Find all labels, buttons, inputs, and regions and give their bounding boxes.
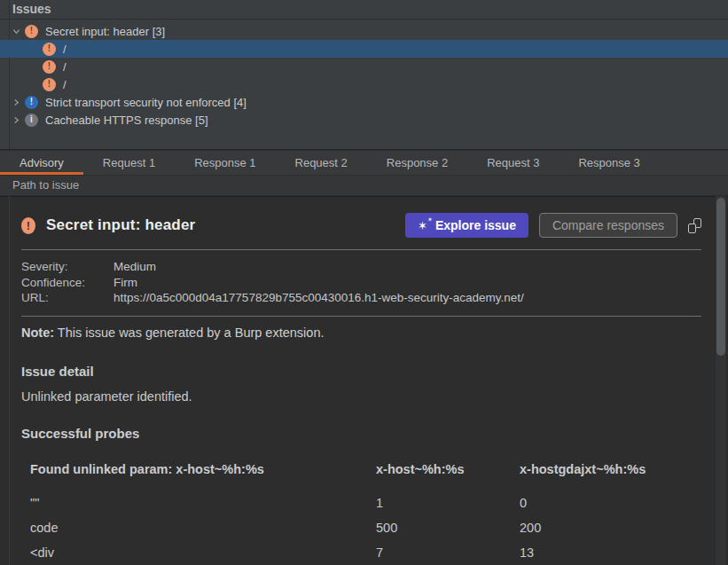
warning-orange-icon: ! (43, 43, 56, 56)
url-value: https://0a5c000d04a17757829b755c00430016… (114, 290, 524, 306)
explore-issue-label: Explore issue (435, 218, 516, 232)
url-row: URL: https://0a5c000d04a17757829b755c004… (21, 290, 701, 306)
chevron-right-icon[interactable] (11, 97, 21, 107)
compare-responses-label: Compare responses (552, 218, 664, 232)
issue-summary-fields: Severity: Medium Confidence: Firm URL: h… (21, 259, 701, 306)
issues-panel: Issues ! Secret input: header [3] ! / ! … (0, 0, 728, 150)
warning-orange-icon: ! (25, 25, 38, 38)
confidence-value: Firm (114, 275, 137, 291)
issues-tree: ! Secret input: header [3] ! / ! / ! / ! (0, 20, 728, 129)
successful-probes-heading: Successful probes (21, 426, 701, 441)
tree-item-cacheable-https[interactable]: i Cacheable HTTPS response [5] (0, 111, 728, 129)
advisory-title-row: ! Secret input: header ✶✶ Explore issue … (21, 213, 701, 238)
table-cell: 500 (376, 521, 520, 535)
advisory-tabs-area: Advisory Request 1 Response 1 Request 2 … (0, 151, 728, 195)
table-cell: "" (30, 496, 376, 510)
burp-issues-window: Issues ! Secret input: header [3] ! / ! … (0, 0, 728, 565)
severity-row: Severity: Medium (21, 259, 701, 275)
advisory-left-border (9, 196, 10, 565)
vertical-scrollbar[interactable] (716, 196, 726, 565)
severity-warning-icon: ! (21, 217, 35, 234)
chevron-right-icon[interactable] (11, 114, 21, 125)
warning-orange-icon: ! (43, 78, 56, 91)
table-cell: 13 (520, 545, 701, 560)
tree-item-strict-transport[interactable]: ! Strict transport security not enforced… (0, 93, 728, 111)
warning-blue-icon: ! (25, 96, 38, 109)
divider (21, 316, 701, 317)
advisory-panel: ! Secret input: header ✶✶ Explore issue … (0, 196, 728, 565)
table-cell: 0 (520, 496, 701, 510)
severity-label: Severity: (21, 259, 114, 275)
tree-item-label: / (63, 78, 67, 91)
table-header-col2: x-host~%h:%s (376, 460, 520, 478)
advisory-title: Secret input: header (46, 216, 405, 234)
warning-orange-icon: ! (43, 60, 56, 74)
tree-item-label: Secret input: header [3] (45, 25, 165, 38)
tree-item-label: Cacheable HTTPS response [5] (45, 114, 208, 127)
confidence-row: Confidence: Firm (21, 275, 701, 291)
confidence-label: Confidence: (21, 275, 114, 291)
tree-item-label: / (63, 43, 67, 56)
tab-response-1[interactable]: Response 1 (175, 151, 275, 175)
tab-response-2[interactable]: Response 2 (367, 151, 467, 175)
note-label: Note: (21, 326, 54, 340)
url-label: URL: (21, 290, 114, 306)
extension-note: Note: This issue was generated by a Burp… (21, 324, 701, 341)
table-cell: <div (30, 545, 376, 560)
path-to-issue-label: Path to issue (0, 175, 728, 195)
probes-table: Found unlinked param: x-host~%h:%s x-hos… (30, 460, 701, 560)
tree-item-path-selected[interactable]: ! / (0, 40, 728, 58)
divider (21, 249, 701, 250)
tab-request-3[interactable]: Request 3 (467, 151, 559, 175)
issue-detail-heading: Issue detail (21, 364, 701, 379)
table-cell: 200 (520, 521, 701, 535)
table-header-col3: x-hostgdajxt~%h:%s (520, 460, 701, 478)
tree-item-label: / (63, 60, 67, 74)
issue-detail-text: Unlinked parameter identified. (21, 389, 701, 404)
explore-issue-button[interactable]: ✶✶ Explore issue (405, 213, 528, 238)
tree-item-secret-input-header[interactable]: ! Secret input: header [3] (0, 22, 728, 40)
note-text: This issue was generated by a Burp exten… (54, 326, 324, 340)
issues-panel-title: Issues (0, 0, 728, 20)
table-header-param: Found unlinked param: x-host~%h:%s (30, 460, 376, 478)
tab-bar: Advisory Request 1 Response 1 Request 2 … (0, 151, 728, 175)
tree-item-label: Strict transport security not enforced [… (45, 96, 247, 109)
info-gray-icon: i (25, 114, 38, 127)
table-cell: 1 (376, 496, 520, 510)
tree-item-path[interactable]: ! / (0, 75, 728, 93)
tab-response-3[interactable]: Response 3 (559, 151, 659, 175)
compare-responses-button[interactable]: Compare responses (539, 213, 677, 238)
chevron-down-icon[interactable] (11, 26, 21, 36)
tab-request-1[interactable]: Request 1 (83, 151, 175, 175)
tab-request-2[interactable]: Request 2 (276, 151, 367, 175)
scrollbar-thumb[interactable] (716, 198, 725, 356)
sparkles-icon: ✶✶ (418, 220, 427, 231)
tab-advisory[interactable]: Advisory (0, 151, 83, 175)
severity-value: Medium (114, 259, 156, 275)
tree-item-path[interactable]: ! / (0, 58, 728, 75)
copy-icon[interactable] (688, 218, 701, 233)
table-cell: 7 (376, 545, 520, 560)
table-cell: code (30, 521, 376, 535)
